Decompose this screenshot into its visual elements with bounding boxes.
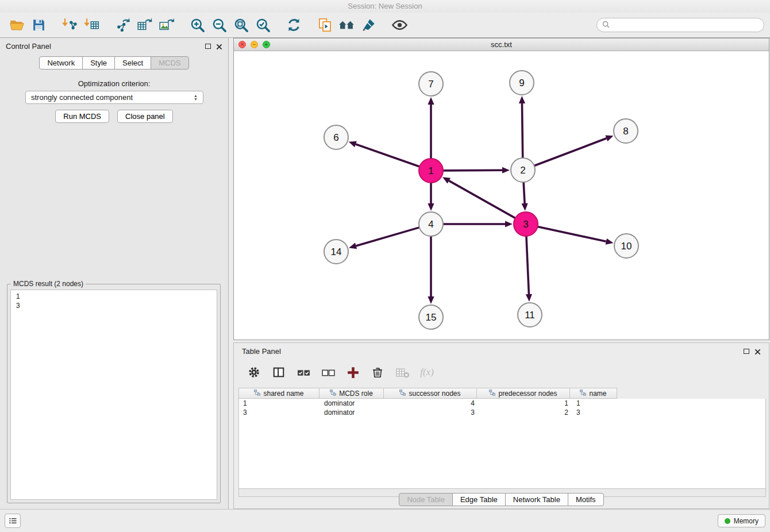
float-table-panel-icon[interactable] [744,349,749,354]
table-settings-button[interactable] [247,366,261,379]
tab-node-table[interactable]: Node Table [399,493,453,506]
export-network-button[interactable] [111,15,133,36]
table-cell[interactable]: dominator [320,399,385,408]
table-cell[interactable]: 3 [385,408,479,417]
delete-table-button [395,365,410,380]
show-hide-button[interactable] [388,15,410,36]
table-cell[interactable]: 1 [239,399,320,408]
status-menu-button[interactable] [5,514,21,528]
toolbar-separator [379,25,388,25]
column-header-name[interactable]: name [569,388,617,399]
column-header-label: shared name [263,390,303,398]
close-table-panel-icon[interactable] [754,348,761,354]
close-panel-button[interactable]: Close panel [117,110,173,123]
column-header-label: predecessor nodes [498,390,557,398]
column-header-shared-name[interactable]: shared name [238,388,319,399]
column-header-predecessor-nodes[interactable]: predecessor nodes [476,388,570,399]
tab-mcds[interactable]: MCDS [151,56,188,70]
table-cell[interactable]: 4 [385,399,479,408]
export-table-button[interactable] [133,15,155,36]
column-header-label: MCDS role [339,390,373,398]
toolbar-separator [102,25,111,25]
search-input[interactable] [613,21,759,29]
import-table-button[interactable] [80,15,102,36]
clear-selection-button[interactable] [321,365,336,380]
export-image-button[interactable] [155,15,177,36]
table-row[interactable]: 1dominator411 [239,399,765,408]
duplicate-network-view-button[interactable] [314,15,336,36]
node-label: 11 [525,310,535,321]
column-type-icon [489,390,495,398]
open-session-button[interactable] [6,15,28,36]
edge-2-9[interactable] [522,103,522,158]
optimization-criterion-label: Optimization criterion: [0,79,228,88]
edge-3-1[interactable] [449,181,515,218]
create-column-button[interactable] [345,365,360,380]
zoom-out-button[interactable] [208,15,230,36]
table-cell[interactable]: 3 [239,408,320,417]
zoom-selected-button[interactable] [252,15,274,36]
refresh-layout-button[interactable] [283,15,305,36]
node-label: 7 [428,79,433,90]
zoom-fit-button[interactable] [230,15,252,36]
zoom-in-button[interactable] [186,15,208,36]
float-panel-icon[interactable] [205,44,211,49]
edge-arrowhead [502,167,510,174]
node-label: 3 [523,219,528,230]
search-field[interactable] [596,18,764,32]
import-network-button[interactable] [59,15,80,36]
search-icon [602,20,610,30]
optimization-criterion-value: strongly connected component [31,93,133,102]
column-type-icon [580,390,586,398]
edge-2-3[interactable] [523,182,525,203]
edge-3-10[interactable] [538,226,606,241]
table-cell[interactable]: dominator [320,408,385,417]
network-canvas[interactable]: 7968124314101511 [234,51,769,340]
node-label: 6 [333,132,338,143]
tab-edge-table[interactable]: Edge Table [452,493,506,506]
table-row[interactable]: 3dominator323 [239,408,765,417]
table-cell[interactable]: 1 [479,399,572,408]
table-tabs: Node TableEdge TableNetwork TableMotifs [234,493,769,506]
run-mcds-button[interactable]: Run MCDS [55,110,109,123]
window-titlebar: Session: New Session [0,0,770,13]
node-label: 4 [428,219,433,230]
tab-network[interactable]: Network [39,56,83,70]
edge-1-6[interactable] [356,144,419,167]
table-body: 1dominator4113dominator323 [238,399,766,489]
delete-column-button[interactable] [370,366,385,379]
table-cell[interactable]: 1 [572,399,620,408]
edge-4-14[interactable] [356,228,419,246]
function-builder-button: f(x) [419,367,434,378]
first-neighbors-button[interactable] [336,15,357,36]
optimization-criterion-select[interactable]: strongly connected component ▲▼ [25,91,203,104]
close-panel-icon[interactable] [216,43,222,49]
tab-select[interactable]: Select [114,56,151,70]
tab-style[interactable]: Style [82,56,115,70]
toggle-panes-button[interactable] [271,366,286,379]
edge-2-8[interactable] [534,138,607,166]
apply-style-button[interactable] [357,15,379,36]
edge-1-2[interactable] [443,170,502,171]
node-label: 14 [331,246,342,257]
toolbar-separator [177,25,186,25]
edge-3-11[interactable] [526,236,529,294]
toolbar-separator [274,25,283,25]
edge-arrowhead [428,97,434,105]
network-window-titlebar[interactable]: ×−+ scc.txt [234,38,769,51]
table-cell[interactable]: 3 [572,408,620,417]
table-cell[interactable]: 2 [479,408,572,417]
mcds-result-text[interactable]: 1 3 [10,290,217,500]
memory-button[interactable]: Memory [718,514,765,527]
node-label: 1 [428,165,433,176]
minimize-window-button[interactable]: − [251,41,258,48]
column-header-MCDS-role[interactable]: MCDS role [319,388,384,399]
save-session-button[interactable] [28,15,49,36]
column-header-successor-nodes[interactable]: successor nodes [383,388,477,399]
mac-window-buttons: ×−+ [238,41,270,48]
zoom-window-button[interactable]: + [263,41,270,48]
tab-motifs[interactable]: Motifs [568,493,604,506]
select-all-rows-button[interactable] [296,365,311,380]
close-window-button[interactable]: × [238,41,246,48]
tab-network-table[interactable]: Network Table [505,493,568,506]
